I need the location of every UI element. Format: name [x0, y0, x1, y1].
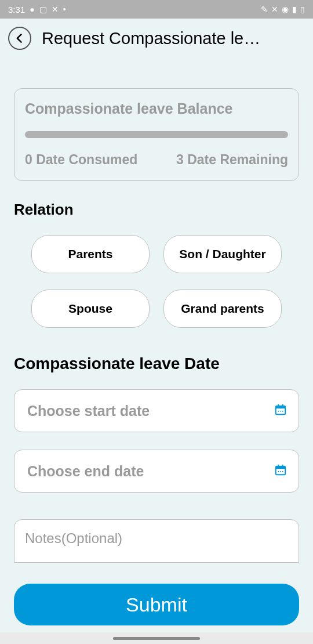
- bottom-bar: [0, 632, 313, 644]
- image-icon: ▢: [39, 5, 47, 14]
- relation-grid: Parents Son / Daughter Spouse Grand pare…: [14, 235, 299, 328]
- notes-input[interactable]: [25, 530, 288, 547]
- home-indicator[interactable]: [113, 637, 200, 640]
- signal-icon: ▮: [292, 5, 297, 14]
- notes-field[interactable]: [14, 519, 299, 563]
- svg-rect-1: [276, 406, 286, 409]
- status-left: 3:31 ● ▢ ✕ •: [8, 5, 66, 15]
- balance-title: Compassionate leave Balance: [25, 100, 288, 117]
- status-right: ✎ ✕ ◉ ▮ ▯: [261, 5, 305, 14]
- calendar-icon: [274, 403, 287, 418]
- svg-rect-8: [276, 466, 286, 469]
- balance-row: 0 Date Consumed 3 Date Remaining: [25, 152, 288, 168]
- bulb-icon: ●: [30, 5, 34, 14]
- relation-option-spouse[interactable]: Spouse: [31, 290, 150, 328]
- page-title: Request Compassionate le…: [42, 29, 305, 48]
- svg-point-4: [278, 411, 279, 412]
- dot-icon: •: [63, 5, 66, 14]
- chevron-left-icon: [14, 32, 26, 44]
- wifi-icon: ◉: [282, 5, 289, 14]
- battery-icon: ▯: [300, 5, 305, 14]
- balance-remaining: 3 Date Remaining: [176, 152, 288, 168]
- back-button[interactable]: [8, 27, 31, 50]
- start-date-placeholder: Choose start date: [27, 403, 150, 419]
- date-section-title: Compassionate leave Date: [14, 354, 299, 373]
- start-date-field[interactable]: Choose start date: [14, 389, 299, 432]
- relation-option-son-daughter[interactable]: Son / Daughter: [163, 235, 282, 273]
- utensils-icon: ✕: [52, 5, 59, 14]
- relation-label: Relation: [14, 201, 299, 219]
- app-header: Request Compassionate le…: [0, 19, 313, 56]
- main-content: Compassionate leave Balance 0 Date Consu…: [0, 88, 313, 563]
- pen-icon: ✎: [261, 5, 268, 14]
- svg-point-13: [282, 471, 283, 472]
- status-time: 3:31: [8, 5, 25, 15]
- relation-option-grandparents[interactable]: Grand parents: [163, 290, 282, 328]
- balance-progress: [25, 131, 288, 138]
- relation-option-parents[interactable]: Parents: [31, 235, 150, 273]
- mute-icon: ✕: [271, 5, 278, 14]
- svg-point-5: [280, 411, 281, 412]
- status-bar: 3:31 ● ▢ ✕ • ✎ ✕ ◉ ▮ ▯: [0, 0, 313, 19]
- balance-consumed: 0 Date Consumed: [25, 152, 137, 168]
- end-date-field[interactable]: Choose end date: [14, 450, 299, 493]
- svg-point-6: [282, 411, 283, 412]
- svg-point-12: [280, 471, 281, 472]
- balance-card: Compassionate leave Balance 0 Date Consu…: [14, 88, 299, 181]
- svg-point-11: [278, 471, 279, 472]
- calendar-icon: [274, 464, 287, 479]
- end-date-placeholder: Choose end date: [27, 463, 144, 480]
- submit-button[interactable]: Submit: [14, 584, 299, 625]
